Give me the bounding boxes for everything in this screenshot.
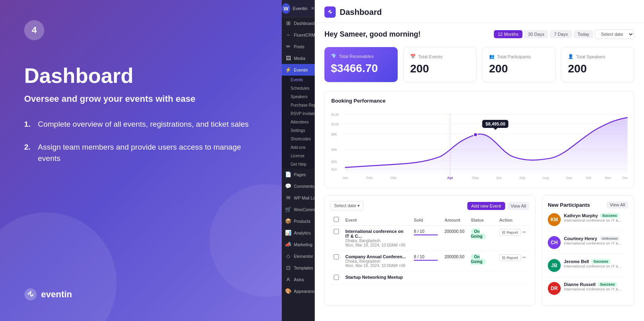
select-all-checkbox[interactable]: [334, 217, 339, 222]
avatar: KM: [548, 213, 561, 226]
status-badge: On Going: [471, 228, 486, 239]
row-checkbox[interactable]: [334, 275, 339, 280]
sidebar-item-fluentcrm[interactable]: ~ FluentCRM: [282, 29, 315, 41]
svg-text:Dec: Dec: [622, 176, 627, 180]
submenu-purchase[interactable]: Purchase Report: [282, 101, 315, 109]
svg-text:Mar: Mar: [390, 176, 396, 180]
submenu-attendees[interactable]: Attendees: [282, 118, 315, 126]
sidebar-item-eventin[interactable]: ⚡ Eventin: [282, 64, 315, 76]
event-amount: 200000.50: [441, 251, 468, 272]
comments-icon: 💬: [285, 183, 291, 189]
sidebar-item-analytics[interactable]: 📊 Analytics: [282, 227, 315, 239]
table-row: Company Annual Conferen... Dhaka, Bangla…: [330, 251, 529, 272]
avatar: JB: [548, 259, 561, 272]
templates-icon: ⊡: [285, 265, 291, 271]
avatar: CH: [548, 236, 561, 249]
sidebar-item-marketing[interactable]: 📣 Marketing: [282, 239, 315, 250]
participants-stat-icon: 👥: [489, 54, 495, 59]
sidebar-item-posts[interactable]: ✏ Posts: [282, 41, 315, 52]
participant-item: KM Kathryn Murphy Success International …: [548, 213, 628, 231]
booking-chart: $12k $10k $8k $4k $2k $1k: [331, 109, 627, 181]
status-badge: Success: [598, 282, 617, 287]
close-icon[interactable]: ✕: [311, 6, 315, 11]
dashboard-icon: ⊞: [285, 20, 291, 26]
svg-text:Nov: Nov: [605, 176, 611, 180]
events-value: 200: [410, 62, 470, 75]
svg-text:May: May: [472, 176, 479, 180]
participant-item: DR Dianne Russell Success International …: [548, 282, 628, 300]
participants-header: New Participants View All: [548, 201, 628, 208]
sidebar-item-appearance[interactable]: 🎨 Appearance: [282, 285, 315, 297]
sidebar-item-products[interactable]: 📦 Products: [282, 215, 315, 227]
edit-icon[interactable]: ✏: [522, 255, 526, 260]
submenu-events[interactable]: Events: [282, 76, 315, 84]
event-date: Mon, Mar 18, 2024, 10:00AM +06: [345, 243, 407, 247]
submenu-gethelp[interactable]: Get Help: [282, 160, 315, 169]
step-badge: 4: [24, 20, 44, 40]
svg-text:Apr: Apr: [447, 176, 454, 180]
events-view-all-button[interactable]: View All: [508, 202, 529, 210]
row-checkbox[interactable]: [334, 229, 339, 234]
sidebar-item-comments[interactable]: 💬 Comments: [282, 180, 315, 192]
sidebar-item-media[interactable]: 🖼 Media: [282, 52, 315, 64]
sidebar-item-elementor[interactable]: ◇ Elementor: [282, 250, 315, 262]
participant-info: Kathryn Murphy Success International con…: [564, 213, 628, 222]
submenu-shortcodes[interactable]: Shortcodes: [282, 135, 315, 143]
brand-icon: [24, 288, 37, 301]
dashboard-header: Dashboard: [315, 0, 644, 23]
sidebar-item-templates[interactable]: ⊡ Templates: [282, 262, 315, 274]
sidebar-item-astra[interactable]: A Astra: [282, 274, 315, 285]
sidebar-item-wpmail[interactable]: ✉ WP Mail Log: [282, 192, 315, 204]
filter-today[interactable]: Today: [574, 30, 593, 38]
submenu-schedules[interactable]: Schedules: [282, 84, 315, 93]
elementor-icon: ◇: [285, 253, 291, 259]
filter-date-select[interactable]: Select date: [595, 29, 634, 39]
events-table-section: Select date ▾ Add new Event View All Eve…: [324, 195, 535, 306]
products-icon: 📦: [285, 218, 291, 224]
posts-icon: ✏: [285, 43, 291, 49]
eventin-submenu: Events Schedules Speakers Purchase Repor…: [282, 76, 315, 169]
events-table: Event Sold Amount Status Action: [330, 214, 529, 284]
speakers-value: 200: [568, 62, 627, 75]
submenu-speakers[interactable]: Speakers: [282, 93, 315, 101]
greeting-row: Hey Sameer, good morning! 12 Months 30 D…: [324, 29, 634, 39]
add-event-button[interactable]: Add new Event: [467, 202, 505, 210]
participants-view-all[interactable]: View All: [607, 201, 628, 208]
sidebar-item-dashboard[interactable]: ⊞ Dashboard: [282, 17, 315, 29]
left-title: Dashboard: [24, 64, 258, 87]
stat-card-events: 📅 Total Events 200: [403, 47, 477, 82]
event-date: Mon, Mar 18, 2024, 10:00AM +06: [345, 263, 407, 268]
status-badge: On Going: [471, 254, 486, 265]
svg-point-1: [30, 291, 31, 293]
event-location: Dhaka, Bangladesh: [345, 239, 407, 243]
table-row: Startup Networking Meetup: [330, 272, 529, 284]
appearance-icon: 🎨: [285, 288, 291, 294]
col-action: Action: [496, 214, 529, 226]
page-title: Dashboard: [340, 8, 382, 17]
event-name: Company Annual Conferen...: [345, 254, 407, 259]
left-subtitle: Oversee and grow your events with ease: [24, 94, 258, 104]
report-button[interactable]: ⊟ Report: [499, 254, 521, 261]
stat-card-receivables: 💎 Total Receivables $3466.70: [324, 47, 398, 82]
submenu-license[interactable]: License: [282, 152, 315, 160]
fluentcrm-icon: ~: [285, 32, 291, 38]
submenu-rsvp[interactable]: RSVP Invitations: [282, 109, 315, 118]
submenu-settings[interactable]: Settings: [282, 126, 315, 135]
edit-icon[interactable]: ✏: [522, 230, 526, 235]
wpmail-icon: ✉: [285, 195, 291, 201]
svg-text:$2k: $2k: [331, 160, 337, 164]
filter-12months[interactable]: 12 Months: [494, 30, 522, 38]
report-button[interactable]: ⊟ Report: [499, 229, 521, 236]
participant-item: JB Jerome Bell Success International con…: [548, 259, 628, 277]
filter-30days[interactable]: 30 Days: [524, 30, 548, 38]
filter-7days[interactable]: 7 Days: [550, 30, 572, 38]
select-date-button[interactable]: Select date ▾: [330, 201, 363, 210]
sidebar-item-woocommerce[interactable]: 🛒 WooCommerce: [282, 204, 315, 215]
participant-info: Jerome Bell Success International confer…: [564, 259, 628, 268]
row-checkbox[interactable]: [334, 254, 339, 259]
svg-text:Jan: Jan: [343, 176, 348, 180]
date-filter-bar: 12 Months 30 Days 7 Days Today Select da…: [494, 29, 634, 39]
brand-name: eventin: [41, 289, 72, 300]
sidebar-item-pages[interactable]: 📄 Pages: [282, 169, 315, 180]
submenu-addons[interactable]: Add-ons: [282, 143, 315, 152]
